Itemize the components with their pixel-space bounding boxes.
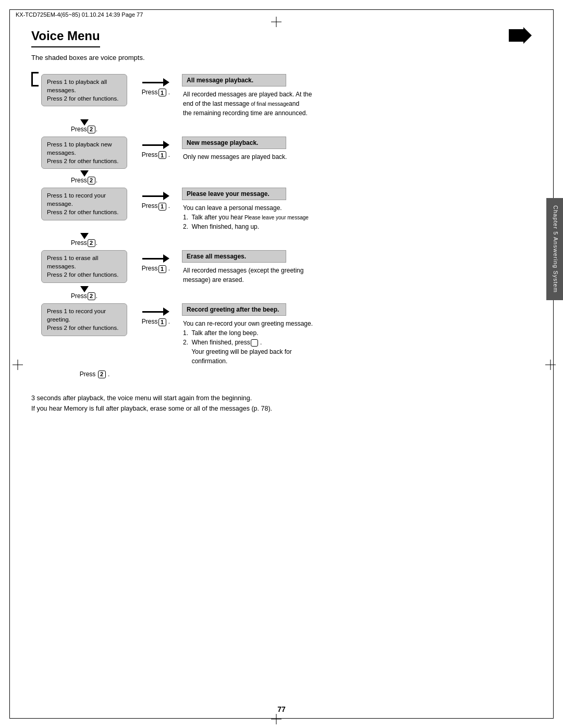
info-title-3: Please leave your message. [182, 188, 286, 200]
arrow-line-2 [142, 144, 163, 146]
info-title-1: All message playback. [182, 74, 286, 87]
flow-row-4: Press 1 to erase all messages.Press 2 fo… [39, 248, 534, 285]
info-title-2: New message playback. [182, 137, 286, 149]
press1-row4: Press1 . [142, 265, 170, 273]
down-arrow-1 [80, 119, 89, 126]
down-arrow-section-3: Press2 . [39, 233, 130, 247]
info-title-4: Erase all messages. [182, 250, 286, 263]
arrow-4 [142, 254, 169, 263]
arrow-col-5: Press1 . [130, 301, 182, 366]
info-text-4: All recorded messages (except the greeti… [182, 266, 534, 285]
press1-row2: Press1 . [142, 151, 170, 159]
down-arrow-section-2: Press2 . [39, 170, 130, 184]
bracket-bottom-corner [31, 79, 39, 87]
crosshair-bottom [271, 714, 282, 724]
border-top [9, 9, 554, 10]
arrow-head-5 [163, 307, 169, 316]
page-title: Voice Menu [31, 29, 100, 47]
arrow-line-4 [142, 258, 163, 260]
crosshair-left [13, 360, 23, 370]
left-menu-1: Press 1 to playback all messages.Press 2… [39, 72, 130, 118]
bottom-note-1: 3 seconds after playback, the voice menu… [31, 393, 534, 403]
num-badge-p2-5: 2 [98, 371, 106, 378]
border-left [9, 9, 10, 719]
header-text: KX-TCD725EM-4(65~85) 01.10.24 14:39 Page… [16, 11, 143, 18]
down-arrow-section-4: Press2 . [39, 286, 130, 300]
num-badge-p2-1: 2 [88, 126, 95, 133]
between-2-3: Press2 . [39, 169, 534, 186]
left-menu-2: Press 1 to playback new messages.Press 2… [39, 134, 130, 169]
after-row-5: Press 2 . [39, 366, 534, 382]
info-col-5: Record greeting after the beep. You can … [182, 301, 534, 366]
border-bottom [9, 718, 554, 719]
num-badge-p2-4: 2 [88, 292, 95, 300]
menu-box-1: Press 1 to playback all messages.Press 2… [41, 74, 127, 106]
press1-row5: Press1 . [142, 318, 170, 326]
press2-text-5: Press 2 . [80, 371, 110, 378]
arrow-head-1 [163, 78, 169, 87]
crosshair-top [271, 17, 282, 27]
press2-text-1: Press2 . [71, 126, 97, 133]
between-4-5: Press2 . [39, 285, 534, 301]
press1-row1: Press1 . [142, 89, 170, 96]
flow-row-3: Press 1 to record your message.Press 2 f… [39, 186, 534, 231]
flow-diagram: Press 1 to playback all messages.Press 2… [31, 72, 534, 382]
left-menu-5: Press 1 to record your greeting.Press 2 … [39, 301, 130, 366]
small-text-1: of final message [249, 101, 289, 107]
num-badge-2: 1 [158, 151, 166, 159]
num-badge-4: 1 [158, 265, 166, 273]
arrow-col-1: Press1 . [130, 72, 182, 118]
between-3-4: Press2 . [39, 231, 534, 248]
subtitle: The shaded boxes are voice prompts. [31, 54, 534, 61]
small-text-3: Please leave your message [243, 215, 309, 220]
info-col-2: New message playback. Only new messages … [182, 134, 534, 169]
info-text-1: All recorded messages are played back. A… [182, 90, 534, 118]
arrow-line-1 [142, 82, 163, 83]
main-content: Voice Menu The shaded boxes are voice pr… [31, 29, 534, 697]
left-menu-3: Press 1 to record your message.Press 2 f… [39, 186, 130, 231]
arrow-col-4: Press1 . [130, 248, 182, 285]
press2-text-3: Press2 . [71, 239, 97, 247]
arrow-3 [142, 192, 169, 200]
down-arrow-section-5: Press 2 . [39, 371, 130, 378]
arrow-1 [142, 78, 169, 87]
down-arrow-section-1: Press2 . [39, 119, 130, 133]
menu-box-2: Press 1 to playback new messages.Press 2… [41, 137, 127, 169]
down-arrow-2 [80, 170, 89, 177]
left-menu-4: Press 1 to erase all messages.Press 2 fo… [39, 248, 130, 285]
menu-box-4: Press 1 to erase all messages.Press 2 fo… [41, 250, 127, 282]
arrow-head-2 [163, 141, 169, 149]
down-arrow-4 [80, 286, 89, 292]
arrow-head-4 [163, 254, 169, 263]
info-col-1: All message playback. All recorded messa… [182, 72, 534, 118]
arrow-line-5 [142, 311, 163, 313]
info-text-2: Only new messages are played back. [182, 152, 534, 162]
info-text-3: You can leave a personal message. 1. Tal… [182, 203, 534, 231]
all-flow-rows: Press 1 to playback all messages.Press 2… [39, 72, 534, 382]
flow-row-2: Press 1 to playback new messages.Press 2… [39, 134, 534, 169]
bottom-note-2: If you hear Memory is full after playbac… [31, 403, 534, 414]
chapter-tab: Chapter 5 Answering System [546, 198, 563, 300]
arrow-5 [142, 307, 169, 316]
arrow-col-3: Press1 . [130, 186, 182, 231]
press2-text-4: Press2 . [71, 292, 97, 300]
info-text-5: You can re-record your own greeting mess… [182, 319, 534, 366]
press2-text-2: Press2 . [71, 177, 97, 184]
num-badge-p2-2: 2 [88, 177, 95, 184]
arrow-head-3 [163, 192, 169, 200]
crosshair-right [545, 360, 556, 370]
menu-box-5: Press 1 to record your greeting.Press 2 … [41, 303, 127, 336]
down-arrow-3 [80, 233, 89, 239]
num-badge-5: 1 [158, 318, 166, 326]
arrow-2 [142, 141, 169, 149]
info-col-4: Erase all messages. All recorded message… [182, 248, 534, 285]
left-bracket [31, 72, 39, 87]
menu-box-3: Press 1 to record your message.Press 2 f… [41, 188, 127, 220]
page-header: KX-TCD725EM-4(65~85) 01.10.24 14:39 Page… [16, 11, 547, 18]
arrow-line-3 [142, 195, 163, 197]
page-number: 77 [277, 705, 286, 713]
flow-row-1: Press 1 to playback all messages.Press 2… [39, 72, 534, 118]
num-badge-1: 1 [158, 89, 166, 96]
num-badge-3: 1 [158, 203, 166, 211]
info-title-5: Record greeting after the beep. [182, 303, 286, 316]
